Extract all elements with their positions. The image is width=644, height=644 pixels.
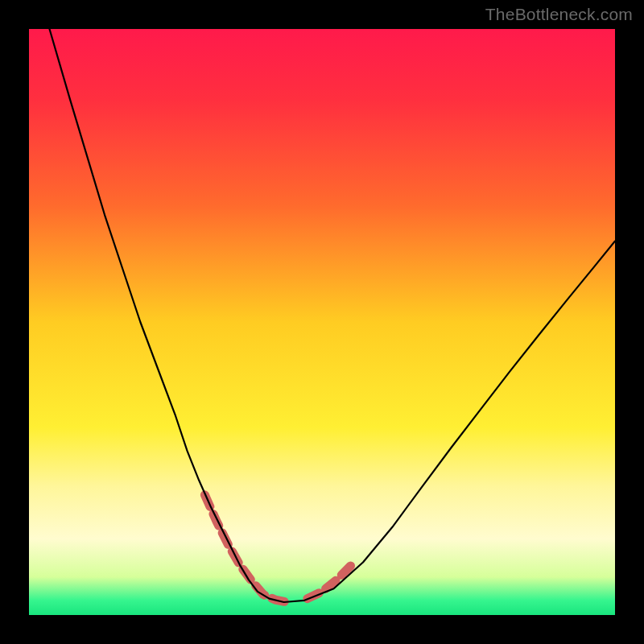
gradient-background bbox=[29, 29, 615, 615]
chart-svg bbox=[29, 29, 615, 615]
watermark-text: TheBottleneck.com bbox=[485, 5, 633, 24]
chart-frame: TheBottleneck.com bbox=[0, 0, 644, 644]
chart-plot bbox=[29, 29, 615, 615]
